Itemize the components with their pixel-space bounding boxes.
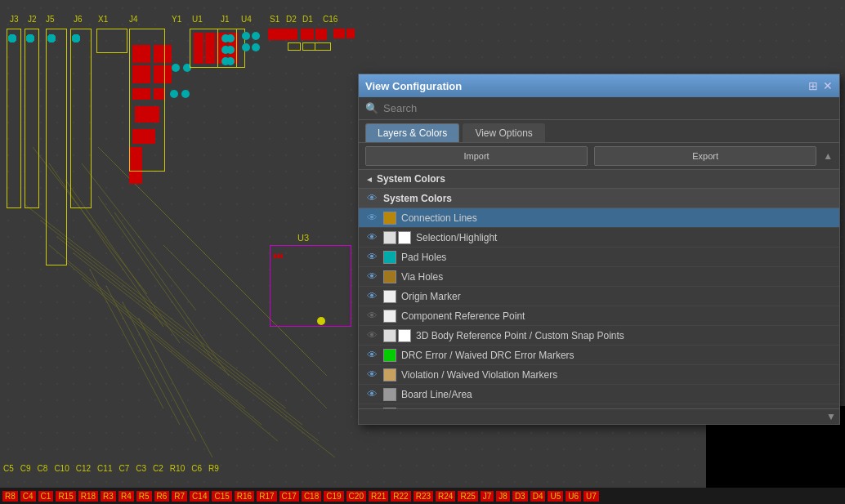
row-3d-body-ref[interactable]: 👁 3D Body Reference Point / Custom Snap … (359, 326, 839, 346)
row-selection-highlight[interactable]: 👁 Selection/Highlight (359, 228, 839, 248)
row-origin-marker[interactable]: 👁 Origin Marker (359, 287, 839, 306)
3d-body-label: 3D Body Reference Point / Custom Snap Po… (416, 330, 833, 341)
color-list[interactable]: 👁 System Colors 👁 Connection Lines 👁 Sel… (359, 189, 839, 408)
violation-vis-icon[interactable]: 👁 (365, 368, 378, 381)
section-header-system-colors[interactable]: ◄ System Colors (359, 170, 839, 189)
bottom-labels: C5 C9 C8 C10 C12 C11 C7 C3 C2 R10 C6 R9 (0, 464, 360, 473)
board-line-label: Board Line/Area (401, 389, 833, 400)
j3-outline (7, 29, 21, 208)
system-colors-vis-icon[interactable]: 👁 (365, 192, 378, 205)
row-via-holes[interactable]: 👁 Via Holes (359, 267, 839, 287)
scroll-up-arrow[interactable]: ▲ (823, 150, 833, 162)
very-bottom-strip: R8 C4 C1 R15 R18 R3 R4 R5 R6 R7 C14 C15 … (0, 488, 845, 504)
connection-lines-swatch[interactable] (383, 212, 396, 225)
svg-line-16 (90, 270, 163, 408)
selection-vis-icon[interactable]: 👁 (365, 231, 378, 244)
3d-body-swatch1[interactable] (383, 329, 396, 342)
scroll-bottom-row: ▼ (359, 408, 839, 424)
j2-outline (25, 29, 39, 208)
u4-area (240, 29, 262, 68)
origin-marker-swatch[interactable] (383, 290, 396, 303)
svg-line-2 (82, 163, 196, 310)
row-violation[interactable]: 👁 Violation / Waived Violation Markers (359, 365, 839, 385)
svg-line-19 (139, 319, 212, 457)
search-input[interactable] (383, 102, 833, 114)
origin-marker-label: Origin Marker (401, 291, 833, 302)
tab-view-options[interactable]: View Options (463, 123, 544, 142)
panel-title: View Configuration (365, 80, 462, 92)
connection-lines-label: Connection Lines (401, 212, 833, 224)
u3-label: U3 (297, 233, 309, 243)
view-configuration-panel: View Configuration ⊞ ✕ 🔍 Layers & Colors… (358, 74, 840, 425)
section-title: System Colors (377, 173, 445, 185)
list-section-header-system-colors: 👁 System Colors (359, 189, 839, 208)
svg-line-7 (65, 261, 262, 425)
j6-outline (70, 29, 92, 208)
svg-line-4 (114, 212, 229, 376)
row-component-ref[interactable]: 👁 Component Reference Point (359, 306, 839, 326)
board-line-vis-icon[interactable]: 👁 (365, 388, 378, 401)
pad-holes-vis-icon[interactable]: 👁 (365, 251, 378, 264)
row-board-line[interactable]: 👁 Board Line/Area (359, 385, 839, 404)
search-icon: 🔍 (365, 102, 378, 114)
panel-controls: ⊞ ✕ (808, 79, 833, 92)
selection-label: Selection/Highlight (416, 232, 833, 243)
3d-body-vis-icon[interactable]: 👁 (365, 329, 378, 342)
export-button[interactable]: Export (594, 146, 816, 166)
component-ref-label: Component Reference Point (401, 310, 833, 322)
j1-area (217, 29, 237, 68)
svg-line-17 (106, 286, 180, 425)
origin-marker-vis-icon[interactable]: 👁 (365, 290, 378, 303)
tab-layers-colors[interactable]: Layers & Colors (365, 123, 459, 142)
component-ref-vis-icon[interactable]: 👁 (365, 310, 378, 323)
drc-error-label: DRC Error / Waived DRC Error Markers (401, 350, 833, 361)
row-drc-error[interactable]: 👁 DRC Error / Waived DRC Error Markers (359, 346, 839, 365)
component-ref-swatch[interactable] (383, 310, 396, 323)
system-colors-label: System Colors (383, 193, 833, 204)
row-pad-holes[interactable]: 👁 Pad Holes (359, 248, 839, 267)
scroll-down-arrow[interactable]: ▼ (826, 411, 836, 422)
panel-titlebar: View Configuration ⊞ ✕ (359, 74, 839, 97)
pad-holes-swatch[interactable] (383, 251, 396, 264)
tab-row: Layers & Colors View Options (359, 120, 839, 143)
import-export-row: Import Export ▲ (359, 143, 839, 170)
svg-line-3 (98, 196, 212, 359)
violation-swatch[interactable] (383, 368, 396, 381)
selection-swatch1[interactable] (383, 231, 396, 244)
row-connection-lines[interactable]: 👁 Connection Lines (359, 208, 839, 228)
section-collapse-arrow: ◄ (365, 175, 373, 184)
via-holes-swatch[interactable] (383, 270, 396, 283)
svg-line-6 (49, 245, 245, 408)
svg-line-8 (82, 278, 278, 441)
drc-error-swatch[interactable] (383, 349, 396, 362)
panel-close-button[interactable]: ✕ (823, 79, 833, 92)
connection-lines-vis-icon[interactable]: 👁 (365, 212, 378, 225)
u3-outline (270, 245, 351, 327)
violation-label: Violation / Waived Violation Markers (401, 369, 833, 381)
selection-swatch2[interactable] (398, 231, 411, 244)
panel-pin-button[interactable]: ⊞ (808, 79, 818, 92)
yellow-dot (317, 317, 325, 325)
board-line-swatch[interactable] (383, 388, 396, 401)
via-holes-label: Via Holes (401, 271, 833, 283)
pad-holes-label: Pad Holes (401, 252, 833, 263)
import-button[interactable]: Import (365, 146, 588, 166)
3d-body-swatch2[interactable] (398, 329, 411, 342)
via-holes-vis-icon[interactable]: 👁 (365, 270, 378, 283)
search-bar: 🔍 (359, 97, 839, 120)
j5-outline (46, 29, 67, 265)
svg-line-18 (123, 302, 196, 441)
drc-error-vis-icon[interactable]: 👁 (365, 349, 378, 362)
panel-body: 🔍 Layers & Colors View Options Import Ex… (359, 97, 839, 424)
